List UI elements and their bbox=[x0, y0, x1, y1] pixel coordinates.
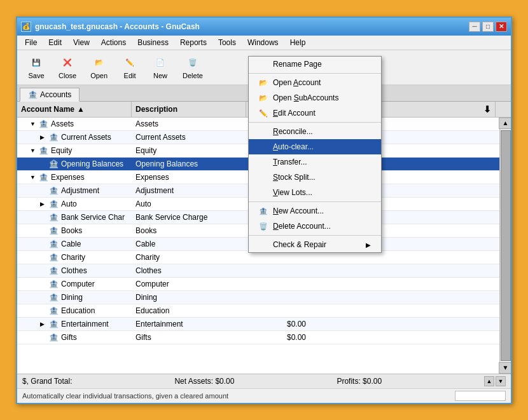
open-button[interactable]: 📂 Open bbox=[85, 53, 113, 82]
edit-icon: ✏️ bbox=[122, 55, 137, 71]
ctx-new-account[interactable]: 🏦 New Account... bbox=[249, 203, 381, 219]
new-label: New bbox=[153, 72, 167, 79]
account-icon: 🏦 bbox=[49, 200, 59, 208]
row-name-opening-balances: 🏦 Opening Balances bbox=[17, 158, 132, 170]
statusbar-scroll-up[interactable]: ▲ bbox=[484, 376, 494, 386]
maximize-button[interactable]: □ bbox=[482, 22, 494, 32]
row-desc-education: Education bbox=[132, 304, 246, 317]
row-desc-opening-balances: Opening Balances bbox=[132, 158, 246, 170]
menu-edit[interactable]: Edit bbox=[43, 37, 67, 48]
save-button[interactable]: 💾 Save bbox=[22, 53, 50, 82]
menu-file[interactable]: File bbox=[20, 37, 42, 48]
new-icon: 📄 bbox=[153, 55, 168, 71]
statusbar-scroll: ▲ ▼ bbox=[484, 376, 506, 386]
account-icon: 🏦 bbox=[49, 213, 59, 222]
ctx-auto-clear-label: Auto-clear... bbox=[273, 142, 314, 151]
ctx-stock-split[interactable]: Stock Split... bbox=[249, 170, 381, 185]
expand-icon[interactable]: ▶ bbox=[40, 134, 46, 140]
ctx-view-lots[interactable]: View Lots... bbox=[249, 185, 381, 200]
delete-account-icon: 🗑️ bbox=[259, 222, 268, 231]
edit-label: Edit bbox=[124, 72, 136, 79]
account-icon: 🏦 bbox=[39, 146, 48, 155]
statusbar: $, Grand Total: Net Assets: $0.00 Profit… bbox=[17, 374, 511, 388]
row-name-current-assets: ▶ 🏦 Current Assets bbox=[17, 131, 132, 144]
grand-total-label: $, Grand Total: bbox=[22, 377, 73, 386]
row-name-equity: ▼ 🏦 Equity bbox=[17, 144, 132, 157]
ctx-edit-account[interactable]: ✏️ Edit Account bbox=[249, 105, 381, 121]
table-row[interactable]: 🏦 Computer Computer bbox=[17, 278, 499, 291]
row-desc-computer: Computer bbox=[132, 278, 246, 290]
row-name-entertainment: ▶ 🏦 Entertainment bbox=[17, 318, 132, 330]
row-name-dining: 🏦 Dining bbox=[17, 291, 132, 304]
account-icon: 🏦 bbox=[49, 133, 59, 142]
table-row[interactable]: 🏦 Gifts Gifts $0.00 bbox=[17, 331, 499, 344]
ctx-transfer[interactable]: Transfer... bbox=[249, 154, 381, 170]
menu-reports[interactable]: Reports bbox=[175, 37, 212, 48]
row-desc-bank-service-charge: Bank Service Charge bbox=[132, 211, 246, 224]
collapse-icon[interactable]: ▼ bbox=[30, 174, 36, 180]
expand-icon[interactable]: ▶ bbox=[40, 201, 46, 207]
scroll-up-button[interactable]: ▲ bbox=[499, 118, 511, 129]
row-desc-auto: Auto bbox=[132, 198, 246, 210]
row-name-adjustment: 🏦 Adjustment bbox=[17, 184, 132, 197]
minimize-button[interactable]: ─ bbox=[469, 22, 480, 32]
table-row[interactable]: 🏦 Clothes Clothes bbox=[17, 264, 499, 278]
tab-accounts[interactable]: 🏦 Accounts bbox=[20, 88, 80, 102]
edit-button[interactable]: ✏️ Edit bbox=[116, 53, 144, 82]
row-desc-equity: Equity bbox=[132, 144, 246, 157]
titlebar-buttons: ─ □ ✕ bbox=[469, 22, 507, 32]
collapse-icon[interactable]: ▼ bbox=[30, 121, 36, 127]
expand-icon[interactable]: ▶ bbox=[40, 321, 46, 327]
scroll-thumb[interactable] bbox=[501, 130, 511, 361]
ctx-auto-clear[interactable]: Auto-clear... bbox=[249, 139, 381, 154]
ctx-reconcile[interactable]: Reconcile... bbox=[249, 124, 381, 139]
row-name-computer: 🏦 Computer bbox=[17, 278, 132, 290]
ctx-separator-3 bbox=[249, 201, 381, 202]
open-label: Open bbox=[90, 72, 108, 79]
main-window: 💰 gnucash_test.gnucash - Accounts - GnuC… bbox=[16, 17, 512, 404]
collapse-icon[interactable]: ▼ bbox=[30, 147, 36, 154]
hint-text: Automatically clear individual transacti… bbox=[22, 392, 228, 400]
row-desc-current-assets: Current Assets bbox=[132, 131, 246, 144]
new-account-icon: 🏦 bbox=[259, 207, 268, 215]
col-header-name[interactable]: Account Name ▲ bbox=[17, 102, 132, 117]
app-icon: 💰 bbox=[21, 22, 31, 32]
vertical-scrollbar[interactable]: ▲ ▼ bbox=[499, 118, 511, 374]
table-row[interactable]: ▶ 🏦 Entertainment Entertainment $0.00 bbox=[17, 318, 499, 331]
row-desc-clothes: Clothes bbox=[132, 264, 246, 277]
table-row[interactable]: 🏦 Dining Dining bbox=[17, 291, 499, 304]
hint-input[interactable] bbox=[455, 391, 506, 401]
ctx-delete-account[interactable]: 🗑️ Delete Account... bbox=[249, 219, 381, 234]
row-total-gifts: $0.00 bbox=[246, 331, 310, 344]
statusbar-scroll-down[interactable]: ▼ bbox=[496, 376, 506, 386]
row-name-expenses: ▼ 🏦 Expenses bbox=[17, 171, 132, 184]
menu-view[interactable]: View bbox=[68, 37, 95, 48]
ctx-check-repair-label: Check & Repair bbox=[273, 240, 326, 249]
delete-button[interactable]: 🗑️ Delete bbox=[177, 53, 209, 82]
close-label: Close bbox=[59, 72, 76, 79]
ctx-transfer-label: Transfer... bbox=[273, 158, 307, 166]
col-header-description[interactable]: Description bbox=[132, 102, 246, 117]
menu-actions[interactable]: Actions bbox=[96, 37, 131, 48]
ctx-reconcile-label: Reconcile... bbox=[273, 127, 313, 136]
account-icon: 🏦 bbox=[49, 280, 59, 288]
net-assets-label: Net Assets: $0.00 bbox=[174, 377, 234, 386]
menu-windows[interactable]: Windows bbox=[242, 37, 284, 48]
row-total-entertainment: $0.00 bbox=[246, 318, 310, 330]
menu-business[interactable]: Business bbox=[132, 37, 174, 48]
col-description-label: Description bbox=[135, 105, 177, 114]
menu-help[interactable]: Help bbox=[285, 37, 311, 48]
close-window-button[interactable]: ✕ bbox=[496, 22, 507, 32]
ctx-check-repair[interactable]: Check & Repair ▶ bbox=[249, 237, 381, 252]
close-button[interactable]: ❌ Close bbox=[53, 53, 82, 82]
account-icon: 🏦 bbox=[49, 266, 59, 275]
account-icon: 🏦 bbox=[49, 240, 59, 248]
row-name-auto: ▶ 🏦 Auto bbox=[17, 198, 132, 210]
table-row[interactable]: 🏦 Education Education bbox=[17, 304, 499, 318]
row-desc-gifts: Gifts bbox=[132, 331, 246, 344]
new-button[interactable]: 📄 New bbox=[146, 53, 174, 82]
scroll-down-button[interactable]: ▼ bbox=[499, 362, 511, 374]
menu-tools[interactable]: Tools bbox=[213, 37, 241, 48]
main-content: Account Name ▲ Description Total ⬇ ▼ 🏦 bbox=[17, 102, 511, 388]
ctx-view-lots-label: View Lots... bbox=[273, 188, 312, 197]
